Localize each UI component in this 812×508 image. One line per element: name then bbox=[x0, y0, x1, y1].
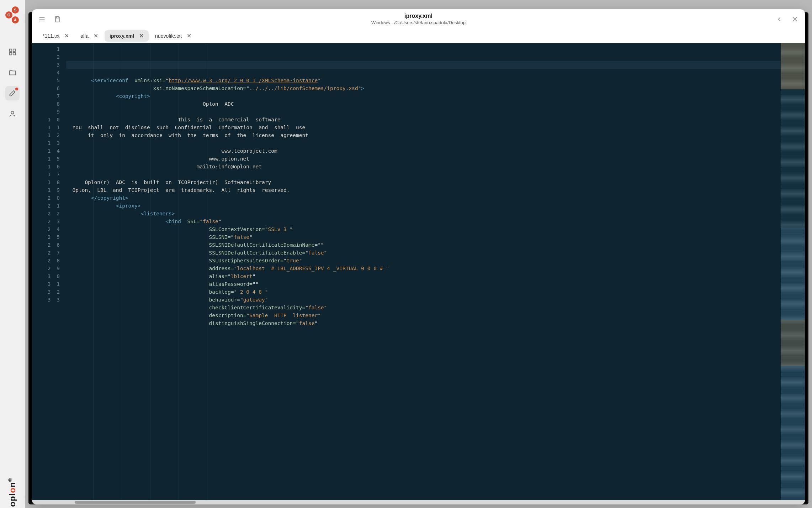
minimap[interactable] bbox=[781, 43, 805, 504]
svg-rect-8 bbox=[57, 16, 59, 18]
line-number: 2 9 bbox=[32, 265, 61, 272]
line-number: 2 5 bbox=[32, 233, 61, 241]
line-number: 2 4 bbox=[32, 225, 61, 233]
line-number: 2 8 bbox=[32, 257, 61, 265]
line-number: 2 6 bbox=[32, 241, 61, 249]
main-area: iproxy.xml Windows - /C:/Users/stefano.s… bbox=[25, 0, 812, 508]
code-line: <bind SSL="false" bbox=[66, 219, 222, 224]
code-line: Oplon(r) ADC is built on TCOProject(r) S… bbox=[66, 179, 271, 185]
line-number: 1 4 bbox=[32, 147, 61, 155]
code-line: xsi:noNamespaceSchemaLocation="../../../… bbox=[66, 85, 364, 91]
tab-close-icon[interactable]: ✕ bbox=[187, 33, 191, 39]
code-line: SSLUseCipherSuitesOrder="true" bbox=[66, 258, 302, 263]
code-line: checkClientCertificateValidity="false" bbox=[66, 305, 327, 310]
code-line: <iproxy> bbox=[66, 203, 141, 209]
code-line: </copyright> bbox=[66, 195, 128, 201]
code-line: <serviceconf xmlns:xsi="http://www.w 3 .… bbox=[66, 78, 321, 83]
app-root: S O A oplon® bbox=[0, 0, 812, 508]
tab-111[interactable]: *111.txt ✕ bbox=[38, 30, 74, 42]
code-line: www.tcoproject.com bbox=[66, 148, 277, 154]
code-line: alias="lblcert" bbox=[66, 273, 256, 279]
close-icon[interactable] bbox=[791, 15, 799, 23]
logo-o: O bbox=[5, 11, 12, 19]
code-line: distinguishSingleConnection="false" bbox=[66, 320, 318, 326]
side-rail: S O A oplon® bbox=[0, 0, 25, 508]
logo-a: A bbox=[12, 16, 19, 23]
line-number: 8 bbox=[32, 100, 61, 108]
line-number: 1 bbox=[32, 45, 61, 53]
line-number: 1 3 bbox=[32, 139, 61, 147]
code-line: SSLContextVersion="SSLv 3 " bbox=[66, 226, 293, 232]
code-line: SSLSNI="false" bbox=[66, 234, 253, 240]
line-number: 2 3 bbox=[32, 218, 61, 225]
code-line: <listeners> bbox=[66, 211, 175, 216]
logo-s: S bbox=[12, 6, 19, 14]
tab-iproxy[interactable]: iproxy.xml ✕ bbox=[105, 30, 149, 42]
menu-icon[interactable] bbox=[38, 15, 46, 23]
tab-label: alfa bbox=[80, 33, 89, 39]
scrollbar-thumb[interactable] bbox=[75, 501, 196, 504]
code-line: Oplon ADC bbox=[66, 101, 234, 107]
tab-bar: *111.txt ✕ alfa ✕ iproxy.xml ✕ nuovofile… bbox=[32, 29, 805, 43]
tab-alfa[interactable]: alfa ✕ bbox=[75, 30, 103, 42]
code-line: mailto:info@oplon.net bbox=[66, 164, 262, 169]
svg-rect-0 bbox=[10, 49, 12, 51]
grid-icon[interactable] bbox=[5, 45, 20, 59]
code-line: You shall not disclose such Confidential… bbox=[66, 125, 305, 130]
line-number: 2 0 bbox=[32, 194, 61, 202]
line-number: 3 2 bbox=[32, 288, 61, 296]
line-number: 2 7 bbox=[32, 249, 61, 257]
tab-nuovofile[interactable]: nuovofile.txt ✕ bbox=[150, 30, 196, 42]
horizontal-scrollbar[interactable] bbox=[32, 500, 805, 504]
line-number: 2 bbox=[32, 53, 61, 61]
svg-point-4 bbox=[11, 111, 14, 114]
tab-label: iproxy.xml bbox=[110, 33, 134, 39]
code-line: <copyright> bbox=[66, 93, 150, 99]
line-number: 1 9 bbox=[32, 186, 61, 194]
code-area[interactable]: <serviceconf xmlns:xsi="http://www.w 3 .… bbox=[65, 43, 781, 504]
line-gutter: 1234567891 01 11 21 31 41 51 61 71 81 92… bbox=[32, 43, 65, 504]
code-line: backlog=" 2 0 4 8 " bbox=[66, 289, 268, 295]
edit-icon[interactable] bbox=[5, 86, 20, 100]
tab-close-icon[interactable]: ✕ bbox=[139, 33, 144, 39]
code-line bbox=[66, 140, 69, 146]
code-line: address="localhost # LBL_ADDRESS_IPV 4 _… bbox=[66, 266, 389, 271]
line-number: 1 1 bbox=[32, 124, 61, 131]
line-number: 2 1 bbox=[32, 202, 61, 210]
tab-close-icon[interactable]: ✕ bbox=[94, 33, 98, 39]
back-icon[interactable] bbox=[775, 15, 784, 23]
line-number: 5 bbox=[32, 77, 61, 84]
notification-dot-icon bbox=[15, 88, 18, 90]
code-line bbox=[66, 61, 781, 69]
line-number: 1 7 bbox=[32, 171, 61, 178]
tab-close-icon[interactable]: ✕ bbox=[64, 33, 69, 39]
line-number: 3 0 bbox=[32, 272, 61, 280]
line-number: 3 bbox=[32, 61, 61, 69]
code-line: This is a commercial software bbox=[66, 117, 280, 122]
line-number: 1 6 bbox=[32, 163, 61, 171]
code-line: behaviour="gateway" bbox=[66, 297, 268, 303]
code-line bbox=[66, 172, 69, 177]
line-number: 6 bbox=[32, 84, 61, 92]
line-number: 4 bbox=[32, 69, 61, 77]
tab-label: nuovofile.txt bbox=[155, 33, 182, 39]
svg-rect-3 bbox=[13, 53, 15, 55]
window-header: iproxy.xml Windows - /C:/Users/stefano.s… bbox=[32, 9, 805, 29]
line-number: 3 3 bbox=[32, 296, 61, 304]
folder-icon[interactable] bbox=[5, 66, 20, 80]
code-line: aliasPassword="" bbox=[66, 281, 259, 287]
window-subtitle: Windows - /C:/Users/stefano.spadola/Desk… bbox=[62, 20, 775, 25]
line-number: 2 2 bbox=[32, 210, 61, 218]
line-number: 1 2 bbox=[32, 131, 61, 139]
save-icon[interactable] bbox=[53, 15, 62, 23]
editor-body: 1234567891 01 11 21 31 41 51 61 71 81 92… bbox=[32, 43, 805, 504]
code-line: SSLSNIDefaultCertificateDomainName="" bbox=[66, 242, 324, 248]
window-title: iproxy.xml bbox=[62, 13, 775, 19]
line-number: 3 1 bbox=[32, 280, 61, 288]
code-line: SSLSNIDefaultCertificateEnable="false" bbox=[66, 250, 327, 256]
line-number: 7 bbox=[32, 92, 61, 100]
code-line: description="Sample HTTP listener" bbox=[66, 313, 321, 318]
code-line: Oplon, LBL and TCOProject are trademarks… bbox=[66, 187, 290, 193]
brand-label: oplon® bbox=[7, 478, 17, 507]
user-icon[interactable] bbox=[5, 107, 20, 121]
